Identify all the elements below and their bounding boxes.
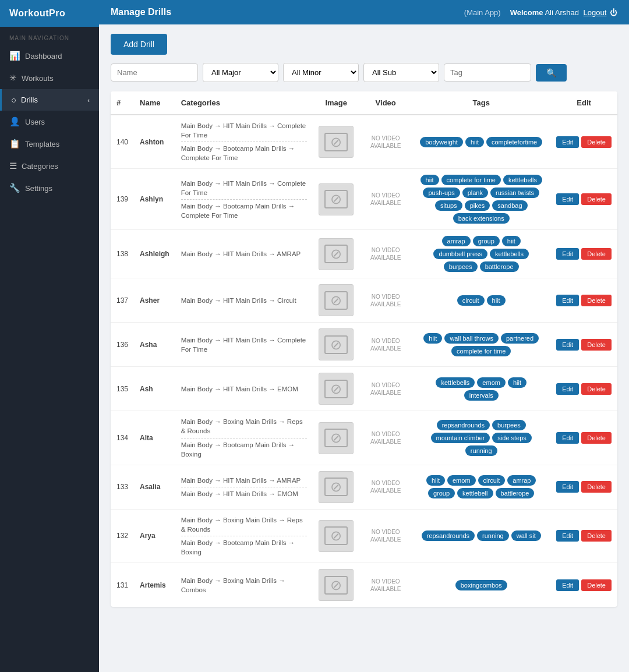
image-placeholder [319, 471, 354, 503]
chevron-icon: ‹ [87, 97, 90, 104]
cell-image [313, 323, 359, 367]
sidebar-item-templates[interactable]: 📋 Templates [0, 133, 99, 155]
sidebar-item-dashboard[interactable]: 📊 Dashboard [0, 45, 99, 67]
table-row: 136 Asha Main Body → HIT Main Drills → C… [111, 323, 617, 367]
action-buttons: Edit Delete [556, 383, 612, 395]
logout-link[interactable]: Logout [584, 8, 607, 17]
delete-button[interactable]: Delete [581, 383, 612, 395]
edit-button[interactable]: Edit [556, 530, 579, 542]
tag-badge: complete for time [451, 346, 511, 356]
edit-button[interactable]: Edit [556, 432, 579, 444]
cell-tags: amrapgrouphiitdumbbell presskettlebellsb… [412, 230, 550, 278]
cell-tags: circuithiit [412, 278, 550, 323]
action-buttons: Edit Delete [556, 193, 612, 205]
cell-categories: Main Body → HIT Main Drills → EMOM [175, 367, 313, 411]
sub-filter-select[interactable]: All Sub [363, 63, 439, 82]
edit-button[interactable]: Edit [556, 339, 579, 351]
cell-video: NO VIDEOAVAILABLE [359, 278, 412, 323]
cell-video: NO VIDEOAVAILABLE [359, 367, 412, 411]
video-placeholder: NO VIDEOAVAILABLE [365, 578, 406, 593]
video-placeholder: NO VIDEOAVAILABLE [365, 430, 406, 445]
tag-badge: hiit [426, 475, 445, 486]
cell-tags: repsandroundsburpeesmountain climberside… [412, 411, 550, 465]
delete-button[interactable]: Delete [581, 193, 612, 205]
video-placeholder: NO VIDEOAVAILABLE [365, 528, 406, 543]
video-placeholder: NO VIDEOAVAILABLE [365, 246, 406, 261]
edit-button[interactable]: Edit [556, 136, 579, 148]
edit-button[interactable]: Edit [556, 579, 579, 591]
sidebar-item-workouts[interactable]: ✳ Workouts [0, 67, 99, 89]
cell-categories: Main Body → Boxing Main Drills → Reps & … [175, 411, 313, 465]
cell-image [313, 115, 359, 169]
cell-video: NO VIDEOAVAILABLE [359, 115, 412, 169]
action-buttons: Edit Delete [556, 248, 612, 260]
table-row: 135 Ash Main Body → HIT Main Drills → EM… [111, 367, 617, 411]
cell-image [313, 563, 359, 607]
cell-name: Asalia [134, 465, 175, 509]
sidebar-label-drills: Drills [21, 96, 38, 104]
cell-id: 132 [111, 509, 134, 563]
tag-badge: battlerope [496, 488, 535, 498]
delete-button[interactable]: Delete [581, 248, 612, 260]
cell-name: Alta [134, 411, 175, 465]
image-placeholder [319, 284, 354, 316]
add-drill-button[interactable]: Add Drill [111, 34, 167, 55]
cell-actions: Edit Delete [550, 465, 617, 509]
tag-badge: kettlebells [490, 249, 529, 259]
tag-badge: amrap [442, 236, 471, 246]
action-buttons: Edit Delete [556, 432, 612, 444]
sidebar-item-settings[interactable]: 🔧 Settings [0, 177, 99, 199]
tag-badge: running [465, 445, 497, 456]
image-placeholder [319, 569, 354, 601]
image-placeholder [319, 520, 354, 552]
tag-badge: circuit [457, 295, 485, 306]
delete-button[interactable]: Delete [581, 579, 612, 591]
tag-badge: back extensions [453, 213, 510, 224]
cell-image [313, 465, 359, 509]
delete-button[interactable]: Delete [581, 339, 612, 351]
col-header-categories: Categories [175, 91, 313, 115]
major-filter-select[interactable]: All Major [203, 63, 278, 82]
edit-button[interactable]: Edit [556, 248, 579, 260]
delete-button[interactable]: Delete [581, 432, 612, 444]
cell-actions: Edit Delete [550, 509, 617, 563]
col-header-image: Image [313, 91, 359, 115]
cell-video: NO VIDEOAVAILABLE [359, 411, 412, 465]
minor-filter-select[interactable]: All Minor [283, 63, 359, 82]
delete-button[interactable]: Delete [581, 136, 612, 148]
cell-id: 140 [111, 115, 134, 169]
name-filter-input[interactable] [111, 63, 198, 82]
table-row: 137 Asher Main Body → HIT Main Drills → … [111, 278, 617, 323]
cell-actions: Edit Delete [550, 278, 617, 323]
cell-image [313, 169, 359, 230]
welcome-text: Welcome Ali Arshad Logout ⏻ [510, 8, 617, 17]
sidebar-label-templates: Templates [25, 140, 59, 148]
tag-badge: partnered [501, 333, 539, 344]
image-placeholder [319, 126, 354, 158]
sidebar-item-users[interactable]: 👤 Users [0, 111, 99, 133]
header-right: (Main App) Welcome Ali Arshad Logout ⏻ [464, 8, 617, 17]
search-button[interactable]: 🔍 [536, 64, 567, 82]
cell-actions: Edit Delete [550, 323, 617, 367]
edit-button[interactable]: Edit [556, 383, 579, 395]
edit-button[interactable]: Edit [556, 295, 579, 306]
cell-name: Asha [134, 323, 175, 367]
app-label: (Main App) [464, 8, 501, 17]
tag-badge: boxingcombos [455, 580, 507, 590]
sidebar-item-drills[interactable]: ○ Drills ‹ [0, 89, 99, 111]
cell-tags: hiitemomcircuitamrapgroupkettlebellbattl… [412, 465, 550, 509]
delete-button[interactable]: Delete [581, 295, 612, 306]
workouts-icon: ✳ [9, 73, 17, 83]
edit-button[interactable]: Edit [556, 481, 579, 493]
sidebar-item-categories[interactable]: ☰ Categories [0, 155, 99, 177]
tag-filter-input[interactable] [444, 63, 531, 82]
table-row: 140 Ashton Main Body → HIT Main Drills →… [111, 115, 617, 169]
cell-name: Ashton [134, 115, 175, 169]
tag-badge: hiit [423, 333, 442, 344]
tag-badge: battlerope [480, 261, 519, 272]
cell-id: 134 [111, 411, 134, 465]
edit-button[interactable]: Edit [556, 193, 579, 205]
delete-button[interactable]: Delete [581, 481, 612, 493]
delete-button[interactable]: Delete [581, 530, 612, 542]
cell-image [313, 278, 359, 323]
